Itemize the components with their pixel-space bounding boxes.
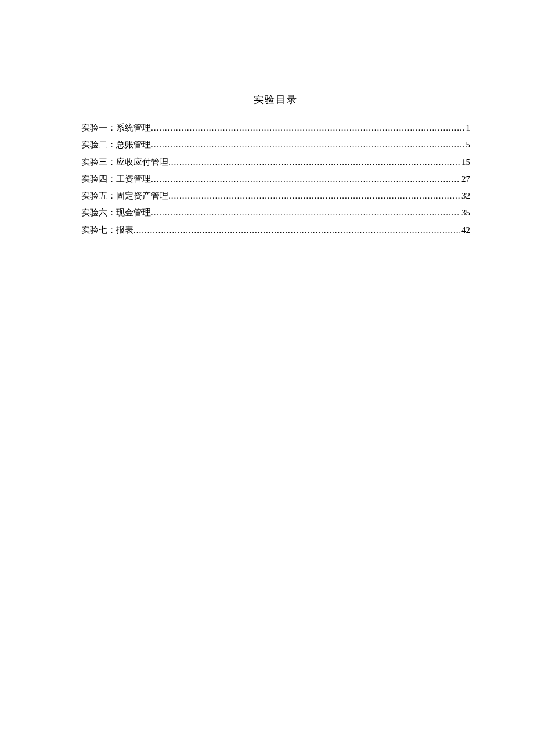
toc-entry-page: 5 bbox=[465, 138, 471, 152]
toc-dot-leader bbox=[151, 138, 465, 152]
toc-dot-leader bbox=[151, 121, 465, 135]
toc-entry: 实验一：系统管理 1 bbox=[81, 121, 470, 135]
toc-entry-label: 实验五：固定资产管理 bbox=[81, 189, 168, 203]
toc-entry-label: 实验二：总账管理 bbox=[81, 138, 151, 152]
toc-entry: 实验四：工资管理 27 bbox=[81, 172, 470, 186]
toc-list: 实验一：系统管理 1 实验二：总账管理 5 实验三：应收应付管理 15 实验四：… bbox=[81, 121, 470, 237]
toc-entry-page: 42 bbox=[460, 224, 470, 237]
toc-entry-label: 实验三：应收应付管理 bbox=[81, 156, 168, 169]
toc-entry-label: 实验七：报表 bbox=[81, 224, 134, 237]
toc-entry: 实验六：现金管理 35 bbox=[81, 206, 470, 219]
toc-entry: 实验三：应收应付管理 15 bbox=[81, 156, 470, 169]
toc-title: 实验目录 bbox=[81, 93, 470, 106]
toc-entry-page: 15 bbox=[460, 156, 470, 169]
toc-entry: 实验五：固定资产管理 32 bbox=[81, 189, 470, 203]
toc-dot-leader bbox=[134, 224, 460, 237]
toc-entry-label: 实验四：工资管理 bbox=[81, 172, 151, 186]
toc-entry: 实验七：报表 42 bbox=[81, 224, 470, 237]
toc-entry: 实验二：总账管理 5 bbox=[81, 138, 470, 152]
toc-entry-page: 32 bbox=[460, 189, 470, 203]
toc-entry-label: 实验六：现金管理 bbox=[81, 206, 151, 219]
toc-dot-leader bbox=[168, 156, 460, 169]
document-page: 实验目录 实验一：系统管理 1 实验二：总账管理 5 实验三：应收应付管理 15… bbox=[0, 0, 534, 237]
toc-entry-page: 35 bbox=[460, 206, 470, 219]
toc-dot-leader bbox=[151, 206, 460, 219]
toc-dot-leader bbox=[168, 189, 460, 203]
toc-entry-page: 1 bbox=[465, 121, 471, 135]
toc-entry-label: 实验一：系统管理 bbox=[81, 121, 151, 135]
toc-entry-page: 27 bbox=[460, 172, 470, 186]
toc-dot-leader bbox=[151, 172, 460, 186]
